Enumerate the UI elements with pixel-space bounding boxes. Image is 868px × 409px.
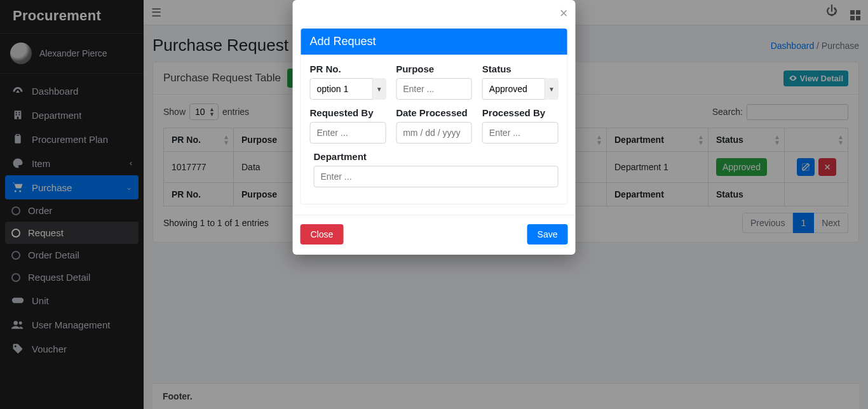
department-input[interactable] <box>314 166 559 187</box>
label-date-processed: Date Processed <box>396 107 472 118</box>
label-status: Status <box>482 64 559 74</box>
processed-by-input[interactable] <box>482 122 559 144</box>
pr-no-select[interactable]: option 1 <box>310 78 386 100</box>
add-request-modal: × Add Request PR No. option 1 ▼ Purpose <box>293 0 576 255</box>
modal-save-button[interactable]: Save <box>527 224 568 245</box>
purpose-input[interactable] <box>396 78 472 100</box>
label-purpose: Purpose <box>396 64 472 74</box>
label-department: Department <box>314 151 559 162</box>
label-pr-no: PR No. <box>310 64 386 74</box>
label-processed-by: Processed By <box>482 107 559 118</box>
modal-close-button[interactable]: × <box>560 6 568 20</box>
status-select[interactable]: Approved <box>482 78 559 100</box>
modal-close-action-button[interactable]: Close <box>301 224 344 245</box>
date-processed-input[interactable] <box>396 122 472 144</box>
requested-by-input[interactable] <box>310 122 386 144</box>
label-requested-by: Requested By <box>310 107 386 118</box>
modal-title: Add Request <box>301 29 567 55</box>
